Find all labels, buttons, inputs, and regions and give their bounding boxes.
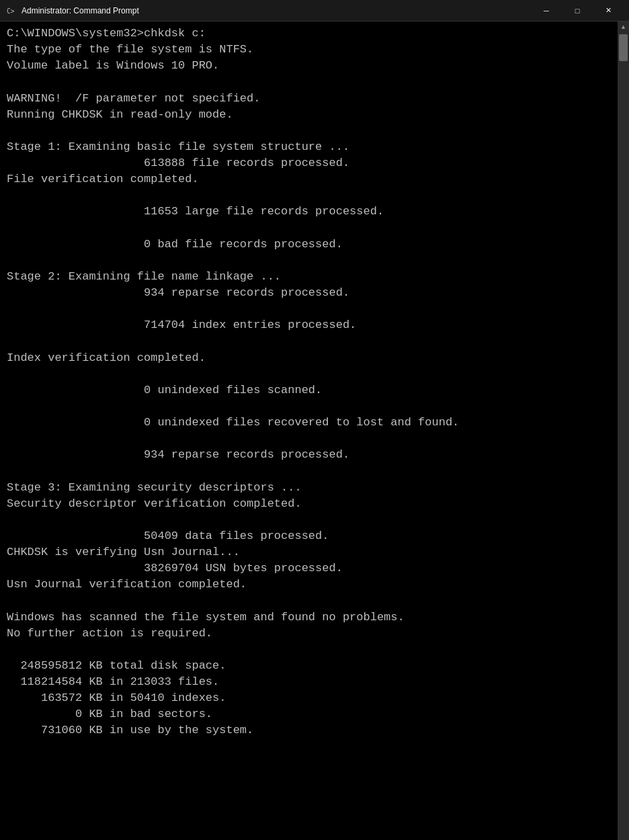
terminal-line [7,74,622,90]
terminal-line: 0 bad file records processed. [7,237,622,253]
terminal-line [7,366,622,382]
terminal-line: 0 unindexed files scanned. [7,382,622,398]
terminal-line: 118214584 KB in 213033 files. [7,674,622,690]
terminal-line: 163572 KB in 50410 indexes. [7,690,622,706]
terminal-line [7,187,622,204]
terminal-line: 0 KB in bad sectors. [7,706,622,722]
close-button[interactable]: ✕ [593,0,624,22]
terminal-line: 11653 large file records processed. [7,204,622,220]
terminal-line: 613888 file records processed. [7,155,622,171]
title-bar-controls: ─ □ ✕ [531,0,624,22]
terminal-line: Stage 2: Examining file name linkage ... [7,269,622,285]
minimize-button[interactable]: ─ [531,0,562,22]
terminal-line: Security descriptor verification complet… [7,496,622,512]
terminal-line: 714704 index entries processed. [7,317,622,333]
terminal-line [7,123,622,139]
maximize-button[interactable]: □ [562,0,593,22]
terminal-line: The type of the file system is NTFS. [7,42,622,58]
terminal-line [7,642,622,658]
terminal-line [7,220,622,237]
terminal-line: Windows has scanned the file system and … [7,610,622,626]
scroll-up-arrow[interactable]: ▲ [618,22,629,33]
terminal-line: 50409 data files processed. [7,528,622,544]
terminal-line: 38269704 USN bytes processed. [7,560,622,577]
terminal-line: C:\WINDOWS\system32>chkdsk c: [7,26,622,42]
title-bar: C> Administrator: Command Prompt ─ □ ✕ [0,0,629,22]
terminal-line: CHKDSK is verifying Usn Journal... [7,544,622,560]
terminal-line: 248595812 KB total disk space. [7,658,622,674]
title-bar-text: Administrator: Command Prompt [22,6,531,15]
terminal-line: 934 reparse records processed. [7,447,622,463]
terminal-line: Stage 1: Examining basic file system str… [7,139,622,155]
scrollbar[interactable]: ▲ [618,22,629,840]
terminal-line [7,301,622,317]
terminal-line: 0 unindexed files recovered to lost and … [7,415,622,431]
cmd-icon: C> [5,5,16,16]
terminal-line: Running CHKDSK in read-only mode. [7,107,622,123]
terminal-line [7,253,622,269]
terminal-line: Index verification completed. [7,350,622,366]
terminal-line [7,398,622,415]
terminal-line: 731060 KB in use by the system. [7,722,622,739]
terminal-body: C:\WINDOWS\system32>chkdsk c:The type of… [0,22,629,840]
svg-text:C>: C> [7,7,15,15]
terminal-line: WARNING! /F parameter not specified. [7,91,622,107]
window: C> Administrator: Command Prompt ─ □ ✕ C… [0,0,629,840]
terminal-line [7,333,622,349]
terminal-line: Usn Journal verification completed. [7,577,622,593]
terminal-line [7,512,622,528]
terminal-line [7,431,622,447]
terminal-line [7,593,622,609]
terminal-line: No further action is required. [7,626,622,642]
terminal-line: File verification completed. [7,171,622,187]
scrollbar-thumb[interactable] [619,34,628,61]
terminal-line: Stage 3: Examining security descriptors … [7,480,622,496]
terminal-line [7,463,622,479]
terminal-line: Volume label is Windows 10 PRO. [7,58,622,74]
terminal-line: 934 reparse records processed. [7,285,622,301]
